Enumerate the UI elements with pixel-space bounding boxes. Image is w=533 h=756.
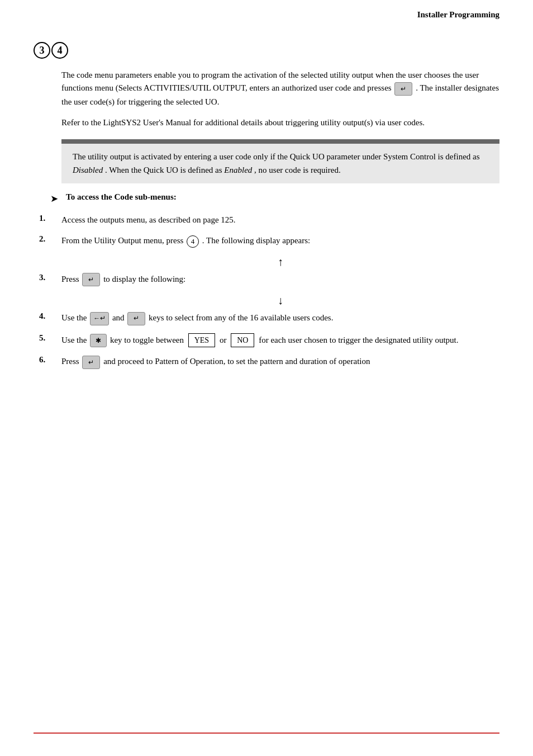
step-2-text: From the Utility Output menu, press 4 . …: [61, 234, 499, 248]
para2-text: Refer to the LightSYS2 User's Manual for…: [61, 116, 499, 129]
page-header: Installer Programming: [0, 0, 533, 25]
step-4-pre: Use the: [61, 313, 89, 322]
step-5: 5. Use the ✱ key to toggle between YES o…: [39, 333, 499, 348]
header-title: Installer Programming: [417, 10, 499, 20]
down-arrow-display: ↓: [61, 294, 499, 307]
note-italic-1: Disabled: [73, 166, 103, 174]
note-text-3: , no user code is required.: [254, 166, 341, 174]
circle-4: 4: [51, 42, 68, 59]
step-2: 2. From the Utility Output menu, press 4…: [39, 234, 499, 248]
step-4: 4. Use the ←↵ and ↵ keys to select from …: [39, 311, 499, 325]
step-6-num: 6.: [39, 355, 61, 365]
step-2-pre: From the Utility Output menu, press: [61, 236, 185, 245]
step-3-text: Press ↵ to display the following:: [61, 273, 499, 287]
circled-4-icon: 4: [187, 235, 199, 248]
paragraph-1: The code menu parameters enable you to p…: [61, 69, 499, 108]
note-box: The utility output is activated by enter…: [61, 144, 499, 183]
paragraph-2: Refer to the LightSYS2 User's Manual for…: [61, 116, 499, 129]
step-6: 6. Press ↵ and proceed to Pattern of Ope…: [39, 355, 499, 369]
right-key-icon: ↵: [127, 312, 145, 325]
step-6-post: and proceed to Pattern of Operation, to …: [103, 357, 370, 366]
arrow-section-header: ➤ To access the Code sub-menus:: [50, 192, 499, 205]
step-3-pre: Press: [61, 275, 81, 284]
step-5-pre: Use the: [61, 336, 89, 344]
step-6-pre: Press: [61, 357, 81, 366]
step-1-text: Access the outputs menu, as described on…: [61, 214, 499, 226]
step-6-enter-icon: ↵: [82, 356, 100, 369]
note-text-1: The utility output is activated by enter…: [73, 152, 480, 161]
step-1: 1. Access the outputs menu, as described…: [39, 214, 499, 226]
step-5-mid: key to toggle between: [110, 336, 186, 344]
arrow-label-text: To access the Code sub-menus:: [66, 192, 177, 202]
note-text-2: . When the Quick UO is defined as: [105, 166, 224, 174]
step-3-enter-icon: ↵: [82, 273, 100, 286]
section-badge: 3 4: [34, 42, 69, 59]
step-4-and: and: [112, 313, 126, 322]
step-5-post: for each user chosen to trigger the desi…: [259, 336, 458, 344]
step-4-post: keys to select from any of the 16 availa…: [149, 313, 333, 322]
up-arrow-icon: ↑: [278, 256, 283, 268]
page-content: 3 4 The code menu parameters enable you …: [0, 25, 533, 410]
step-4-num: 4.: [39, 311, 61, 321]
circle-3: 3: [34, 42, 50, 59]
left-arrow-key-icon: ←↵: [90, 312, 109, 325]
step-6-text: Press ↵ and proceed to Pattern of Operat…: [61, 355, 499, 369]
step-5-text: Use the ✱ key to toggle between YES or N…: [61, 333, 499, 348]
step-5-or: or: [220, 336, 229, 344]
step-2-num: 2.: [39, 234, 61, 244]
step-4-text: Use the ←↵ and ↵ keys to select from any…: [61, 311, 499, 325]
yes-box: YES: [188, 333, 215, 348]
down-arrow-icon: ↓: [278, 294, 283, 307]
enter-key-icon: ↵: [394, 82, 412, 96]
step-3-num: 3.: [39, 273, 61, 282]
up-arrow-display: ↑: [61, 256, 499, 268]
step-2-post: . The following display appears:: [202, 236, 310, 245]
step-3-post: to display the following:: [103, 275, 185, 284]
step-3: 3. Press ↵ to display the following:: [39, 273, 499, 287]
arrow-bullet-icon: ➤: [50, 192, 58, 205]
star-key-icon: ✱: [90, 334, 107, 347]
section-divider-top: [61, 139, 499, 144]
bottom-divider: [34, 733, 499, 734]
step-1-num: 1.: [39, 214, 61, 223]
no-box: NO: [231, 333, 254, 348]
step-5-num: 5.: [39, 333, 61, 343]
note-italic-2: Enabled: [224, 166, 252, 174]
